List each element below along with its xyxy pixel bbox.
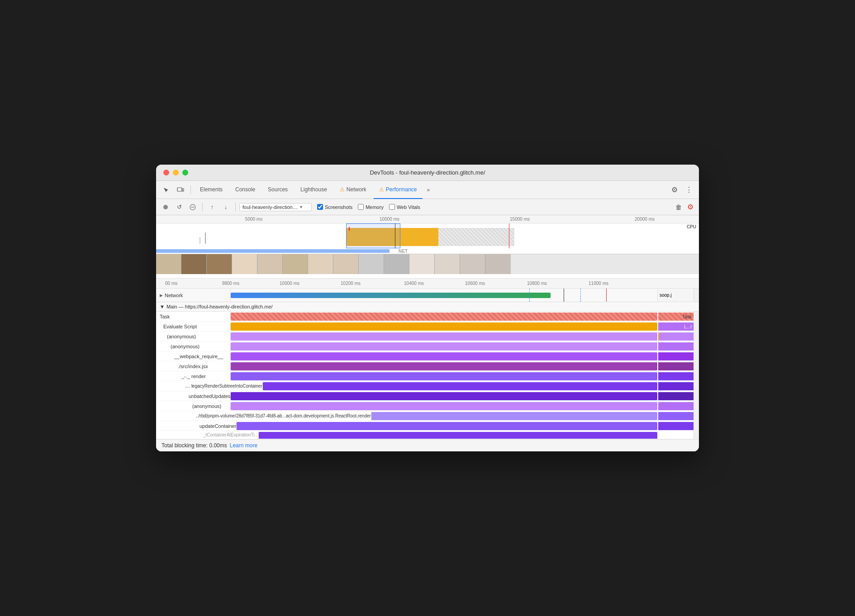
network-arrow-icon: ▶ — [160, 293, 163, 298]
legacy-label: .... legacyRenderSubtreeIntoContainer — [156, 381, 263, 391]
legacy-bar — [263, 382, 657, 390]
flame-chart[interactable]: Task Task Evaluate Script — [156, 312, 699, 439]
red-marker — [349, 227, 350, 231]
title-bar: DevTools - foul-heavenly-direction.glitc… — [156, 165, 699, 181]
evaluate-bar — [231, 322, 657, 331]
screenshot-3 — [207, 254, 232, 274]
url-dropdown[interactable]: foul-heavenly-direction.... ▾ — [239, 203, 312, 211]
network-warn-icon: ⚠ — [340, 186, 345, 193]
screenshot-14 — [485, 254, 511, 274]
close-button[interactable] — [163, 170, 169, 175]
flame-row-render: _-._ render — [156, 371, 699, 381]
anon3-right-stub — [658, 402, 694, 410]
import-button[interactable]: ↑ — [206, 201, 218, 213]
more-tabs-btn[interactable]: » — [424, 187, 433, 193]
screenshots-checkbox[interactable] — [317, 204, 323, 210]
scrollbar-stub-anon1 — [694, 332, 699, 341]
index-label: ./src/index.jsx — [156, 361, 231, 371]
network-track-label: ▶ Network — [156, 289, 231, 302]
traffic-lights — [163, 170, 188, 175]
reload-button[interactable]: ↺ — [173, 201, 185, 213]
scrollbar-stub-legacy — [694, 381, 699, 391]
net-track-bar: NET — [156, 249, 390, 253]
anon3-bar — [231, 402, 657, 410]
maximize-button[interactable] — [182, 170, 188, 175]
web-vitals-checkbox[interactable] — [389, 204, 395, 210]
flame-row-anon1: (anonymous) — [156, 332, 699, 341]
flame-row-partial: _tContainerAtExpirationTi... — [156, 431, 699, 439]
network-bar-main — [231, 293, 551, 298]
device-icon — [177, 187, 184, 193]
clear-recording-button[interactable] — [187, 201, 199, 213]
anon3-bar-col — [231, 401, 694, 411]
time-mark-5000: 5000 ms — [245, 217, 262, 222]
webpack-bar — [231, 352, 657, 360]
anon1-bar-col — [231, 332, 694, 341]
web-vitals-checkbox-label[interactable]: Web Vitals — [389, 204, 420, 210]
toolbar-sep-1 — [202, 203, 203, 212]
render-bar — [231, 372, 657, 380]
capture-settings-icon[interactable]: ⚙ — [685, 201, 695, 213]
unbatched-bar-col — [231, 391, 694, 401]
scrollbar-stub-index — [694, 361, 699, 371]
timeline-overview[interactable]: 5000 ms 10000 ms 15000 ms 20000 ms CPU — [156, 215, 699, 279]
more-options-icon[interactable]: ⋮ — [683, 184, 695, 196]
unbatched-right-stub — [658, 392, 694, 400]
cpu-label: CPU — [687, 224, 696, 229]
screenshot-4 — [232, 254, 257, 274]
scrollbar-stub-1 — [694, 289, 699, 302]
tab-elements[interactable]: Elements — [195, 181, 228, 199]
tab-lighthouse[interactable]: Lighthouse — [295, 181, 332, 199]
timeline-selection[interactable] — [346, 223, 400, 248]
tab-console[interactable]: Console — [230, 181, 261, 199]
tab-performance[interactable]: ⚠ Performance — [374, 181, 423, 199]
evaluate-bar-col: L...t — [231, 322, 694, 331]
network-track-content — [231, 289, 657, 302]
webpack-bar-col — [231, 351, 694, 361]
evaluate-right-bar: L...t — [658, 322, 694, 331]
zoomed-mark-10600: 10600 ms — [465, 281, 485, 286]
top-nav: Elements Console Sources Lighthouse ⚠ Ne… — [156, 181, 699, 199]
window-title: DevTools - foul-heavenly-direction.glitc… — [370, 169, 485, 176]
update-right-stub — [658, 422, 694, 430]
anon1-label: (anonymous) — [156, 332, 231, 341]
screenshot-11 — [409, 254, 435, 274]
scrollbar-stub-partial — [694, 431, 699, 439]
screenshots-checkbox-label[interactable]: Screenshots — [317, 204, 352, 210]
task-bar-col: Task — [231, 312, 694, 321]
flame-row-anon3: (anonymous) — [156, 401, 699, 411]
update-label: updateContainer — [156, 421, 237, 431]
minimize-button[interactable] — [173, 170, 179, 175]
device-icon-btn[interactable] — [174, 184, 187, 196]
performance-warn-icon: ⚠ — [379, 186, 384, 193]
settings-gear-icon[interactable]: ⚙ — [668, 184, 681, 196]
zoomed-mark-9800: 9800 ms — [222, 281, 239, 286]
net-label: NET — [399, 249, 408, 254]
devtools-window: DevTools - foul-heavenly-direction.glitc… — [156, 165, 699, 451]
scrollbar-stub-anon3 — [694, 401, 699, 411]
memory-checkbox[interactable] — [358, 204, 364, 210]
anon3-label: (anonymous) — [156, 401, 231, 411]
record-button[interactable] — [160, 201, 171, 213]
memory-checkbox-label[interactable]: Memory — [358, 204, 384, 210]
anon2-bar-col — [231, 341, 694, 351]
cursor-icon — [163, 187, 169, 193]
record-icon — [163, 204, 168, 210]
export-button[interactable]: ↓ — [220, 201, 232, 213]
tab-network[interactable]: ⚠ Network — [334, 181, 372, 199]
flame-row-anon2: (anonymous) — [156, 341, 699, 351]
clear-recordings-trash-icon[interactable]: 🗑 — [674, 202, 684, 213]
scrollbar-stub-eval — [694, 322, 699, 331]
anon2-label: (anonymous) — [156, 341, 231, 351]
learn-more-link[interactable]: Learn more — [230, 442, 257, 449]
unbatched-bar — [231, 392, 657, 400]
cursor-icon-btn[interactable] — [160, 184, 172, 196]
main-track-header: ▼ Main — https://foul-heavenly-direction… — [156, 302, 699, 312]
render-bar-col — [231, 371, 694, 381]
zoomed-mark-10400: 10400 ms — [404, 281, 424, 286]
flame-row-webpack: __webpack_require__ — [156, 351, 699, 361]
tab-sources[interactable]: Sources — [262, 181, 293, 199]
webpack-label: __webpack_require__ — [156, 351, 231, 361]
flame-row-rbd: ../rbd/pnpm-volume/28d7f85f-31d7-4fd8-ab… — [156, 411, 699, 421]
time-mark-15000: 15000 ms — [510, 217, 530, 222]
